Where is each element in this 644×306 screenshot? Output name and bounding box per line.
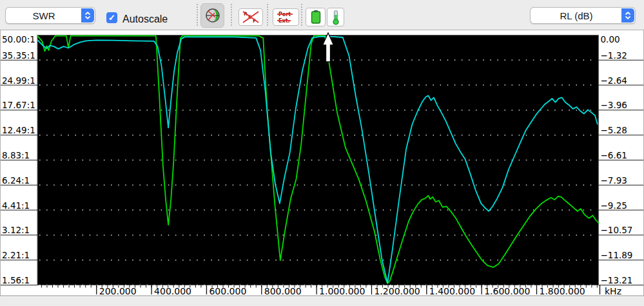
toolbar-separator (301, 4, 302, 26)
y-right-tick-label: −9.25 (601, 200, 627, 211)
y-right-tick-label: −13.21 (601, 275, 633, 285)
toolbar-separator (197, 4, 198, 26)
x-tick-label: 400.000 (154, 286, 191, 296)
battery-status-button[interactable] (306, 8, 326, 26)
left-trace-selector[interactable]: SWR (5, 7, 95, 24)
temperature-status-button[interactable] (327, 8, 344, 26)
x-tick-label: 1.200.000 (374, 286, 420, 296)
plot-area[interactable] (37, 35, 599, 285)
right-trace-selector[interactable]: RL (dB) (530, 7, 636, 24)
toolbar-separator (267, 4, 268, 26)
y-right-tick-label: −11.89 (601, 250, 633, 260)
y-left-tick-label: 8.83:1 (2, 150, 30, 160)
x-tick-label: 600.000 (209, 286, 246, 296)
y-right-tick-label: −3.96 (601, 100, 627, 110)
port-extension-disabled-button[interactable]: Port Ext. (273, 8, 299, 26)
y-left-tick-label: 2.21:1 (2, 250, 30, 260)
y-right-tick-label: −2.64 (601, 75, 627, 86)
y-right-tick-label: −6.61 (601, 150, 627, 160)
port-extension-crossed-icon: Port Ext. (277, 10, 296, 24)
y-left-tick-label: 17.67:1 (2, 100, 35, 110)
x-tick-label: 800.000 (264, 286, 302, 296)
y-right-tick-label: −5.28 (601, 125, 627, 135)
autoscale-checkbox[interactable]: ✓ (106, 12, 117, 23)
y-left-tick-label: 35.35:1 (2, 50, 35, 61)
y-right-tick-label: −1.32 (601, 50, 627, 61)
y-left-tick-label: 6.24:1 (2, 175, 30, 186)
ref-disabled-button[interactable]: R E F (239, 8, 263, 26)
y-left-tick-label: 4.41:1 (2, 200, 30, 211)
x-tick-label: 1.000.000 (319, 286, 365, 296)
x-axis-unit-label: kHz (605, 286, 621, 296)
autoscale-label: Autoscale (122, 14, 168, 25)
checkmark-icon: ✓ (108, 13, 115, 23)
y-right-tick-label: −7.93 (601, 175, 627, 186)
x-tick-label: 1.400.000 (429, 286, 475, 296)
smith-chart-button[interactable] (200, 3, 224, 28)
toolbar-separator (231, 4, 232, 26)
y-left-tick-label: 1.56:1 (2, 275, 30, 285)
right-trace-selector-value: RL (dB) (531, 10, 635, 21)
thermometer-icon (331, 10, 340, 25)
popup-stepper-icon (621, 8, 634, 23)
x-tick-label: 1.800.000 (539, 286, 585, 296)
swr-rl-chart: 50.00:135.35:124.99:117.67:112.49:18.83:… (1, 30, 643, 296)
smith-chart-icon (204, 7, 221, 24)
x-tick-label: 200.000 (99, 286, 137, 296)
popup-stepper-icon (81, 8, 94, 23)
ref-crossed-icon: R E F (242, 10, 260, 24)
antenna-analyzer-window: { "toolbar": { "left_selector": { "value… (0, 0, 644, 306)
battery-icon (309, 10, 322, 24)
y-left-tick-label: 50.00:1 (2, 34, 35, 44)
toolbar: SWR ✓ Autoscale R E F (0, 0, 644, 30)
y-left-tick-label: 24.99:1 (2, 75, 35, 86)
y-right-tick-label: 0.00 (601, 34, 620, 44)
chart-panel: 50.00:135.35:124.99:117.67:112.49:18.83:… (0, 30, 644, 296)
y-left-tick-label: 12.49:1 (2, 125, 35, 135)
y-left-tick-label: 3.12:1 (2, 225, 30, 235)
x-tick-label: 1.600.000 (484, 286, 530, 296)
y-right-tick-label: −10.57 (601, 225, 633, 235)
